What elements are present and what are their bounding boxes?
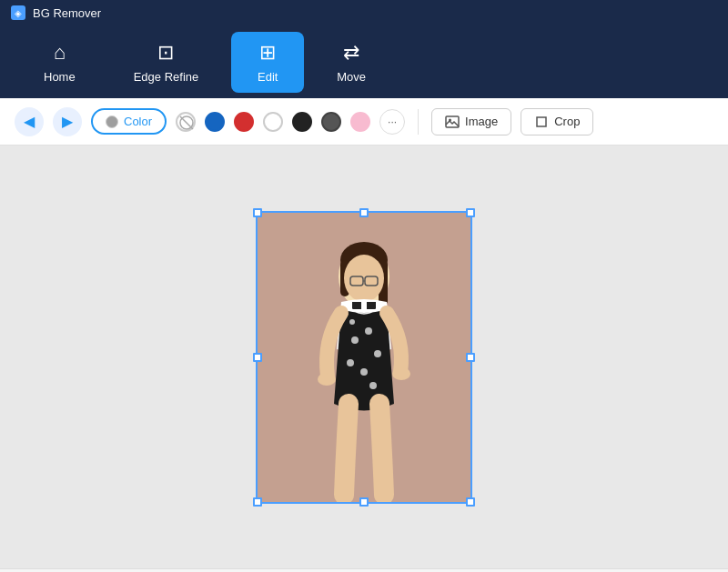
swatch-blue[interactable] [205, 112, 225, 132]
swatch-dark[interactable] [321, 112, 341, 132]
crop-handle-tc[interactable] [359, 208, 369, 217]
crop-handle-mr[interactable] [466, 353, 475, 362]
image-button[interactable]: Image [431, 108, 511, 135]
nav-edit[interactable]: ⊞ Edit [231, 32, 304, 93]
crop-handle-bl[interactable] [253, 497, 262, 507]
nav-edit-label: Edit [258, 70, 278, 84]
nav-edge-refine-label: Edge Refine [134, 70, 199, 84]
nav-move-label: Move [337, 70, 366, 84]
nav-home-label: Home [44, 70, 76, 84]
crop-handle-br[interactable] [466, 497, 475, 507]
swatch-red[interactable] [234, 112, 254, 132]
crop-handle-bc[interactable] [359, 497, 369, 507]
svg-rect-4 [537, 117, 546, 126]
home-icon: ⌂ [54, 41, 66, 65]
image-container [256, 211, 472, 504]
toolbar: ◀ ▶ Color ··· Image Crop [0, 98, 728, 146]
app-icon: ◈ [11, 5, 25, 20]
canvas-area [0, 146, 728, 568]
nav-bar: ⌂ Home ⊡ Edge Refine ⊞ Edit ⇄ Move [0, 25, 728, 98]
more-colors-button[interactable]: ··· [379, 109, 405, 135]
color-dot [106, 115, 118, 128]
title-bar: ◈ BG Remover [0, 0, 728, 25]
crop-handle-tl[interactable] [253, 208, 262, 217]
color-label: Color [124, 115, 152, 128]
redo-button[interactable]: ▶ [53, 107, 82, 136]
crop-overlay [256, 211, 472, 504]
toolbar-divider [418, 109, 419, 135]
nav-move[interactable]: ⇄ Move [311, 32, 391, 93]
swatch-outline[interactable] [176, 112, 196, 132]
crop-handle-tr[interactable] [466, 208, 475, 217]
swatch-white[interactable] [263, 112, 283, 132]
swatch-pink[interactable] [350, 112, 370, 132]
move-icon: ⇄ [343, 41, 359, 65]
crop-icon [534, 115, 549, 129]
crop-button[interactable]: Crop [521, 108, 593, 135]
app-title: BG Remover [33, 6, 101, 20]
image-button-label: Image [465, 115, 498, 128]
undo-button[interactable]: ◀ [15, 107, 44, 136]
crop-button-label: Crop [554, 115, 580, 128]
nav-edge-refine[interactable]: ⊡ Edge Refine [108, 32, 225, 93]
swatch-black[interactable] [292, 112, 312, 132]
color-button[interactable]: Color [91, 108, 167, 135]
bottom-toolbar: ✋ ⊕ 34% ⊖ [0, 568, 728, 572]
edge-refine-icon: ⊡ [157, 41, 174, 65]
crop-handle-ml[interactable] [253, 353, 262, 362]
edit-icon: ⊞ [259, 41, 276, 65]
nav-home[interactable]: ⌂ Home [18, 32, 101, 93]
image-icon [445, 115, 460, 129]
